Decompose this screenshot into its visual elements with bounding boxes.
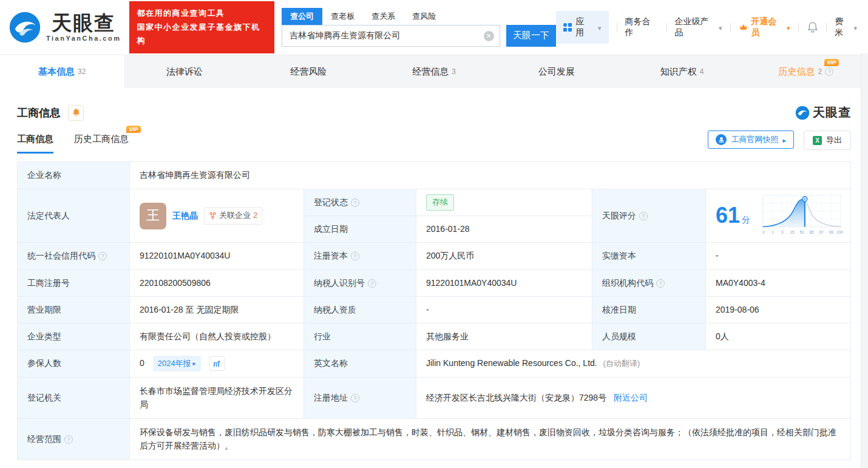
- subscribe-bell-button[interactable]: [68, 105, 84, 121]
- search-tab-boss[interactable]: 查老板: [322, 8, 363, 25]
- svg-text:1: 1: [771, 230, 774, 234]
- company-nav-tabs: 基本信息32 法律诉讼 经营风险 经营信息3 公司发展 知识产权4 VIP 历史…: [0, 55, 868, 88]
- scrollbar[interactable]: [861, 53, 868, 468]
- help-icon[interactable]: [825, 67, 833, 76]
- table-row: 统一社会信用代码 91220101MA0Y40034U 注册资本 200万人民币…: [18, 243, 851, 270]
- help-icon[interactable]: [368, 279, 376, 288]
- approval-date-value: 2019-08-06: [706, 297, 851, 324]
- tab-history-info[interactable]: VIP 历史信息2: [744, 55, 868, 88]
- header-menu: 应用 商务合作 企业级产品 开通会员: [556, 11, 857, 44]
- svg-text:3: 3: [781, 230, 784, 234]
- help-icon[interactable]: [351, 394, 359, 402]
- reg-capital-label: 注册资本: [304, 243, 416, 270]
- help-icon[interactable]: [639, 212, 648, 220]
- avatar[interactable]: 王: [140, 203, 166, 229]
- tab-intellectual-property[interactable]: 知识产权4: [620, 55, 744, 88]
- staff-size-label: 人员规模: [592, 324, 706, 350]
- vip-badge: VIP: [126, 126, 141, 133]
- main-content: 工商信息 天眼查 工商信息 VIP 历史工商信息: [0, 104, 868, 460]
- table-row: 企业名称 吉林省坤腾再生资源有限公司: [18, 162, 851, 189]
- help-icon[interactable]: [98, 252, 107, 260]
- help-icon[interactable]: [64, 435, 73, 444]
- username: 费米: [835, 16, 851, 38]
- tab-basic-info[interactable]: 基本信息32: [0, 55, 124, 88]
- vip-badge: VIP: [824, 59, 839, 66]
- staff-size-value: 0人: [706, 324, 851, 350]
- business-scope-label: 经营范围: [18, 419, 130, 460]
- english-name-label: 英文名称: [304, 350, 416, 378]
- search-tab-company[interactable]: 查公司: [282, 8, 322, 25]
- brand-name: 天眼查: [52, 13, 115, 33]
- stamp-icon: [716, 134, 727, 145]
- search-input[interactable]: [282, 25, 500, 46]
- nearby-companies-link[interactable]: 附近公司: [614, 393, 648, 402]
- svg-text:50: 50: [800, 230, 805, 234]
- score-cell: 61分: [706, 189, 851, 243]
- paid-capital-label: 实缴资本: [592, 243, 706, 270]
- tianyancha-logo[interactable]: 天眼查 TianYanCha.com: [8, 11, 121, 44]
- subtab-business-registration[interactable]: 工商信息: [17, 134, 53, 154]
- legal-rep-link[interactable]: 王艳晶: [172, 209, 198, 223]
- clear-search-icon[interactable]: [484, 31, 494, 41]
- insured-label: 参保人数: [18, 350, 130, 378]
- open-vip-button[interactable]: 开通会员: [739, 16, 790, 38]
- tab-business-info[interactable]: 经营信息3: [372, 55, 496, 88]
- table-row: 法定代表人 王 王艳晶 关联企业: [18, 189, 851, 216]
- help-icon[interactable]: [656, 279, 665, 288]
- annual-report-link[interactable]: 2024年报: [153, 356, 201, 371]
- notification-bell-icon[interactable]: [807, 21, 819, 33]
- tab-legal-proceedings[interactable]: 法律诉讼: [124, 55, 248, 88]
- menu-enterprise-products[interactable]: 企业级产品: [675, 16, 722, 38]
- tab-company-development[interactable]: 公司发展: [496, 55, 620, 88]
- watermark-logo: 天眼查: [795, 104, 851, 121]
- taxpayer-id-label: 纳税人识别号: [304, 270, 416, 297]
- org-code-label: 组织机构代码: [592, 270, 706, 297]
- official-snapshot-button[interactable]: 工商官网快照: [708, 131, 794, 149]
- tab-operational-risk[interactable]: 经营风险: [248, 55, 372, 88]
- search-block: 查公司 查老板 查关系 查风险 天眼一下: [282, 8, 556, 47]
- apps-menu-button[interactable]: 应用: [556, 11, 608, 44]
- section-title: 工商信息: [17, 106, 61, 120]
- top-header: 天眼查 TianYanCha.com 都在用的商业查询工具 国家中小企业发展子基…: [0, 0, 868, 55]
- address-cell: 经济开发区长吉北线兴隆大街（安龙泉）7298号 附近公司: [416, 378, 851, 419]
- reg-number-label: 工商注册号: [18, 270, 130, 297]
- subtab-history-registration[interactable]: VIP 历史工商信息: [74, 134, 129, 154]
- tianyancha-company-page: 天眼查 TianYanCha.com 都在用的商业查询工具 国家中小企业发展子基…: [0, 0, 868, 468]
- apps-grid-icon: [563, 23, 572, 32]
- status-badge: 存续: [426, 194, 454, 210]
- reg-number-value: 220108200509806: [130, 270, 304, 297]
- export-button[interactable]: 导出: [804, 131, 851, 150]
- search-tabs: 查公司 查老板 查关系 查风险: [282, 8, 556, 25]
- business-scope-value: 环保设备研发与销售，废旧纺织品研发与销售，防寒大棚被加工与销售，时装、针织品、钢…: [130, 419, 851, 460]
- related-companies-button[interactable]: 关联企业 2: [204, 207, 262, 224]
- chevron-down-icon: [784, 22, 790, 32]
- help-icon[interactable]: [351, 198, 359, 207]
- user-menu[interactable]: 费米: [835, 16, 857, 38]
- trend-chart-button[interactable]: [209, 356, 225, 371]
- arrow-right-icon: [782, 135, 786, 144]
- taxpayer-quality-value: -: [416, 297, 592, 324]
- excel-icon: [813, 136, 822, 145]
- brand-domain: TianYanCha.com: [46, 35, 121, 42]
- bell-icon: [72, 108, 81, 117]
- search-tab-relation[interactable]: 查关系: [363, 8, 404, 25]
- established-label: 成立日期: [304, 216, 416, 243]
- chevron-down-icon: [716, 22, 722, 32]
- registry-value: 长春市市场监督管理局经济技术开发区分局: [130, 378, 304, 419]
- search-box: [282, 25, 500, 47]
- search-tab-risk[interactable]: 查风险: [404, 8, 444, 25]
- legal-rep-label: 法定代表人: [18, 189, 130, 243]
- help-icon[interactable]: [351, 252, 359, 260]
- business-info-table: 企业名称 吉林省坤腾再生资源有限公司 法定代表人 王 王艳晶: [17, 161, 851, 460]
- org-code-value: MA0Y4003-4: [706, 270, 851, 297]
- search-button[interactable]: 天眼一下: [506, 25, 557, 47]
- score-distribution-chart[interactable]: 0 1 3 15 50 85 97 99 100: [760, 193, 844, 239]
- business-term-label: 营业期限: [18, 297, 130, 324]
- menu-business-cooperation[interactable]: 商务合作: [625, 16, 659, 38]
- chevron-down-icon: [851, 22, 857, 32]
- table-row: 营业期限 2016-01-28 至 无固定期限 纳税人资质 - 核准日期 201…: [18, 297, 851, 324]
- auto-translate-note: (自动翻译): [603, 359, 640, 368]
- svg-text:85: 85: [810, 230, 815, 234]
- table-row: 企业类型 有限责任公司（自然人投资或控股） 行业 其他服务业 人员规模 0人: [18, 324, 851, 350]
- approval-date-label: 核准日期: [592, 297, 706, 324]
